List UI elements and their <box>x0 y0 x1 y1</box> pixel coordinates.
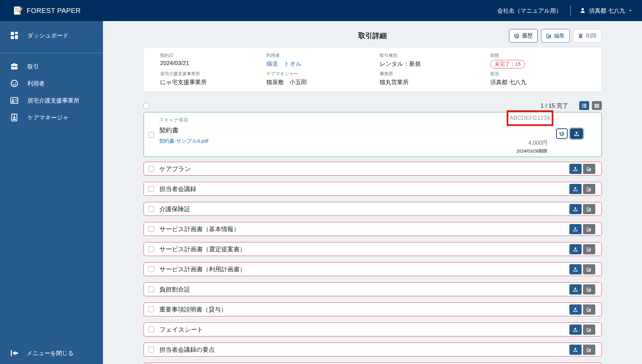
memo-logo-icon <box>14 6 23 15</box>
row-upload-button[interactable] <box>569 204 582 214</box>
edit-icon <box>586 167 592 172</box>
edit-icon <box>546 33 552 39</box>
sidebar-item-0[interactable]: ダッシュボード <box>0 28 103 43</box>
document-checkbox[interactable] <box>148 206 154 212</box>
row-edit-button[interactable] <box>583 164 595 174</box>
grid-view-icon <box>594 103 599 108</box>
document-history-button[interactable] <box>556 128 568 139</box>
row-upload-button[interactable] <box>569 345 582 355</box>
row-edit-button[interactable] <box>583 244 595 254</box>
row-upload-button[interactable] <box>569 244 582 254</box>
detail-field-4: 居宅介護支援事業所にゃ宅支援事業所 <box>160 71 267 87</box>
row-upload-button[interactable] <box>569 164 582 174</box>
document-checkbox[interactable] <box>148 327 154 332</box>
field-label: 居宅介護支援事業所 <box>160 71 267 77</box>
document-checkbox[interactable] <box>148 286 154 292</box>
detail-field-7: 担当須真都 七八九 <box>490 71 595 87</box>
field-value: にゃ宅支援事業所 <box>160 78 267 86</box>
trash-icon <box>578 33 584 39</box>
document-checkbox[interactable] <box>148 226 154 232</box>
row-edit-button[interactable] <box>583 224 595 234</box>
upload-icon <box>573 167 578 172</box>
row-upload-button[interactable] <box>569 184 582 194</box>
upload-icon <box>573 247 578 252</box>
field-label: 担当 <box>490 71 595 77</box>
document-row-8: フェイスシート <box>144 322 602 336</box>
field-label: ケアマネジャー <box>267 71 380 77</box>
user-menu[interactable]: 須真都 七八九 <box>580 7 632 15</box>
sidebar-item-4[interactable]: ケアマネージャ <box>0 110 103 125</box>
user-face-icon <box>10 79 18 88</box>
grid-view-button[interactable] <box>592 101 602 110</box>
detail-field-5: ケアマネジャー猫屋敷 小五郎 <box>267 71 380 87</box>
upload-icon <box>573 347 578 352</box>
briefcase-icon <box>10 62 18 70</box>
row-upload-button[interactable] <box>569 325 582 335</box>
row-edit-button[interactable] <box>583 264 595 274</box>
document-row-label: ケアプラン <box>160 165 191 173</box>
transaction-details-card: 契約日2024/03/21利用者猫道 トオル取引種別レンタル：新規状態未完了：1… <box>144 47 602 92</box>
main-area: 取引詳細 履歴 <box>103 21 642 364</box>
row-upload-button[interactable] <box>569 224 582 234</box>
history-icon <box>559 131 565 137</box>
row-upload-button[interactable] <box>569 264 582 274</box>
list-view-button[interactable] <box>579 101 589 110</box>
document-checkbox[interactable] <box>148 347 154 352</box>
document-card-keiyakusho: スキャナ保存 契約書 契約書-サンプル4.pdf ABCDEFG1234 <box>144 112 602 157</box>
edit-icon <box>586 327 592 332</box>
delete-button[interactable]: 削除 <box>573 29 602 43</box>
edit-button[interactable]: 編集 <box>541 29 570 43</box>
row-upload-button[interactable] <box>569 304 582 315</box>
row-edit-button[interactable] <box>583 184 595 194</box>
document-row-label: フェイスシート <box>160 326 204 334</box>
document-row-9: 担当者会議録の要点 <box>144 343 602 357</box>
document-checkbox[interactable] <box>148 132 154 138</box>
edit-icon <box>586 287 592 292</box>
navbar-divider <box>570 5 571 16</box>
row-edit-button[interactable] <box>583 284 595 295</box>
document-row-label: 担当者会議録 <box>160 185 196 193</box>
detail-field-6: 事業所猫丸営業所 <box>380 71 490 87</box>
field-label: 事業所 <box>380 71 490 77</box>
document-upload-button[interactable] <box>570 128 583 139</box>
edit-icon <box>586 227 592 232</box>
document-checkbox[interactable] <box>148 246 154 252</box>
row-edit-button[interactable] <box>583 204 595 214</box>
sidebar-item-2[interactable]: 利用者 <box>0 76 103 91</box>
document-row-label: サービス計画書（基本情報） <box>160 225 240 233</box>
row-upload-button[interactable] <box>569 284 582 295</box>
document-row-3: サービス計画書（基本情報） <box>144 222 602 236</box>
upload-icon <box>573 327 578 332</box>
upload-icon <box>573 307 578 312</box>
document-checkbox[interactable] <box>148 306 154 312</box>
sidebar-item-1[interactable]: 取引 <box>0 59 103 74</box>
field-value-link[interactable]: 猫道 トオル <box>267 60 380 68</box>
sidebar-close-menu[interactable]: メニューを閉じる <box>0 346 103 361</box>
document-row-label: サービス計画書（利用計画書） <box>160 265 246 273</box>
document-row-6: 負担割合証 <box>144 282 602 296</box>
sidebar-item-label: 利用者 <box>27 80 45 88</box>
sidebar-item-3[interactable]: 居宅介護支援事業所 <box>0 93 103 108</box>
user-name: 須真都 七八九 <box>589 7 625 15</box>
document-checkbox[interactable] <box>148 166 154 172</box>
document-checkbox[interactable] <box>148 186 154 192</box>
scan-save-tag: スキャナ保存 <box>159 117 209 123</box>
field-value: 2024/03/21 <box>160 60 267 67</box>
history-button[interactable]: 履歴 <box>509 29 538 43</box>
row-edit-button[interactable] <box>583 325 595 335</box>
detail-field-1: 利用者猫道 トオル <box>267 52 380 69</box>
document-checkbox[interactable] <box>148 266 154 272</box>
document-price: 4,000円 <box>528 140 547 147</box>
edit-icon <box>586 247 592 252</box>
edit-button-label: 編集 <box>554 32 565 39</box>
field-value: 須真都 七八九 <box>490 78 595 86</box>
select-all-checkbox[interactable] <box>144 103 149 109</box>
edit-icon <box>586 307 592 312</box>
sidebar-item-label: 取引 <box>27 63 39 70</box>
document-row-2: 介護保険証 <box>144 202 602 216</box>
document-title: 契約書 <box>159 126 209 135</box>
row-edit-button[interactable] <box>583 304 595 315</box>
document-row-partial <box>144 363 602 364</box>
document-file-link[interactable]: 契約書-サンプル4.pdf <box>159 138 209 144</box>
row-edit-button[interactable] <box>583 345 595 355</box>
